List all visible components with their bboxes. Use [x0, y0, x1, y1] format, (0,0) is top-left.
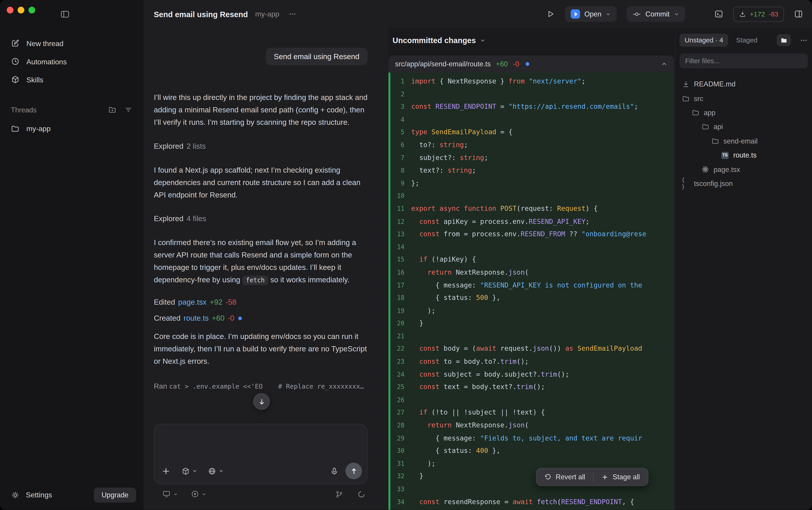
run-icon[interactable] [546, 9, 555, 19]
mic-icon[interactable] [330, 466, 338, 475]
sidebar-toggle-icon[interactable] [60, 9, 70, 19]
code-text: if (!to || !subject || !text) { [411, 406, 545, 419]
file-tree: README.mdsrcappapisend-emailTSroute.tspa… [680, 77, 808, 191]
files-menu-icon[interactable] [800, 36, 808, 45]
line-number: 32 [388, 470, 411, 483]
assistant-paragraph: I confirmed there’s no existing email fl… [154, 236, 368, 287]
chevron-down-icon [606, 11, 611, 17]
code-text: }; [411, 177, 419, 190]
tree-item-tsconfig.json[interactable]: { }tsconfig.json [680, 176, 808, 191]
line-number: 34 [388, 495, 411, 508]
tree-item-api[interactable]: api [680, 120, 808, 134]
tree-item-label: tsconfig.json [694, 180, 733, 187]
folder-icon [682, 94, 690, 102]
terminal-panel-icon[interactable] [714, 9, 723, 19]
stage-all-button[interactable]: Stage all [594, 468, 648, 485]
tree-item-src[interactable]: src [680, 91, 808, 106]
filter-files-input[interactable] [680, 53, 808, 68]
diff-panel: Uncommitted changes src/app/api/send-ema… [388, 28, 675, 510]
added-lines-stripe [388, 73, 390, 510]
code-text: const body = (await request.json()) as S… [411, 343, 642, 356]
code-text: to?: string; [411, 139, 468, 151]
upgrade-button[interactable]: Upgrade [94, 487, 136, 502]
mode-selector[interactable] [208, 466, 224, 475]
line-number: 28 [388, 419, 411, 432]
tool-call-row[interactable]: Explored2 lists [154, 142, 368, 150]
threads-label: Threads [11, 106, 36, 114]
tree-item-label: send-email [723, 137, 758, 145]
tree-item-route.ts[interactable]: TSroute.ts [680, 148, 808, 163]
code-line: 13 const from = process.env.RESEND_FROM … [388, 228, 674, 240]
code-text: } [411, 470, 423, 483]
code-line: 30 { status: 400 }, [388, 445, 674, 457]
sidebar-thread-my-app[interactable]: my-app [0, 120, 144, 137]
commit-button[interactable]: Commit [627, 6, 685, 22]
diff-code-view: 1import { NextResponse } from "next/serv… [388, 73, 674, 510]
folder-icon [780, 36, 787, 44]
files-panel: Unstaged · 4 Staged README.mdsrcappapise… [675, 28, 812, 510]
changes-icon [739, 10, 746, 18]
filter-files [680, 53, 808, 68]
tree-view-toggle[interactable] [777, 34, 791, 46]
tree-item-page.tsx[interactable]: page.tsx [680, 162, 808, 176]
settings-button[interactable]: Settings [11, 490, 52, 499]
sidebar-item-new-thread[interactable]: New thread [0, 34, 144, 52]
file-link[interactable]: route.ts [184, 314, 209, 322]
file-deletions: -0 [228, 314, 234, 322]
command-prefix: Ran [154, 382, 169, 390]
chevron-up-icon[interactable] [661, 61, 668, 67]
revert-all-button[interactable]: Revert all [537, 468, 593, 485]
thread-menu-icon[interactable] [289, 10, 297, 18]
user-message-row: Send email using Resend [154, 48, 368, 65]
code-text: import { NextResponse } from "next/serve… [411, 75, 585, 88]
staged-tab[interactable]: Staged [736, 36, 757, 44]
chat-input[interactable] [154, 424, 367, 456]
send-button[interactable] [345, 463, 362, 479]
window-controls [0, 0, 144, 13]
open-button[interactable]: Open [565, 6, 617, 22]
files-panel-header: Unstaged · 4 Staged [680, 34, 808, 47]
tool-call-row[interactable]: Explored4 files [154, 215, 368, 223]
code-text: text?: string; [411, 164, 476, 177]
sidebar-item-skills[interactable]: Skills [0, 70, 144, 88]
command-text: cat > .env.example <<'EO [169, 382, 263, 390]
tree-item-label: api [714, 123, 723, 131]
scroll-to-bottom-button[interactable] [253, 393, 270, 410]
file-link[interactable]: page.tsx [178, 298, 207, 306]
code-line: 1import { NextResponse } from "next/serv… [388, 75, 674, 88]
file-additions: +92 [210, 298, 222, 306]
unstaged-tab[interactable]: Unstaged · 4 [680, 34, 728, 47]
git-branch-icon[interactable] [335, 490, 343, 498]
layout-columns-icon[interactable] [794, 9, 803, 19]
uncommitted-changes-header[interactable]: Uncommitted changes [388, 28, 675, 50]
environment-selector[interactable] [162, 490, 178, 499]
tree-item-send-email[interactable]: send-email [680, 134, 808, 148]
code-text: return NextResponse.json( [411, 266, 529, 279]
changes-badge[interactable]: +172 -83 [733, 6, 784, 22]
minimize-window-button[interactable] [18, 7, 24, 13]
context-selector[interactable] [190, 490, 207, 499]
model-selector[interactable] [181, 466, 198, 475]
line-number: 33 [388, 483, 411, 495]
line-number: 13 [388, 228, 411, 240]
zoom-window-button[interactable] [28, 7, 35, 13]
code-line: 29 { message: "Fields to, subject, and t… [388, 432, 674, 445]
line-number: 12 [388, 215, 411, 228]
line-number: 22 [388, 343, 411, 356]
uncommitted-changes-label: Uncommitted changes [392, 36, 476, 45]
attach-icon[interactable] [161, 466, 171, 476]
tree-item-README.md[interactable]: README.md [680, 77, 808, 91]
code-text: { status: 500 }, [411, 292, 500, 305]
tree-item-app[interactable]: app [680, 106, 808, 120]
line-number: 3 [388, 101, 411, 113]
new-folder-icon[interactable] [108, 106, 117, 114]
code-text: const apiKey = process.env.RESEND_API_KE… [411, 215, 590, 228]
code-line: 27 if (!to || !subject || !text) { [388, 406, 674, 419]
command-row[interactable]: Ran cat > .env.example <<'EO# Replace re… [154, 382, 368, 390]
code-line: 11export async function POST(request: Re… [388, 203, 674, 215]
filter-threads-icon[interactable] [124, 106, 132, 114]
close-window-button[interactable] [7, 7, 13, 13]
diff-file-header[interactable]: src/app/api/send-email/route.ts +60 -0 [388, 56, 674, 73]
sidebar-item-automations[interactable]: Automations [0, 52, 144, 70]
folder-icon [11, 124, 20, 133]
